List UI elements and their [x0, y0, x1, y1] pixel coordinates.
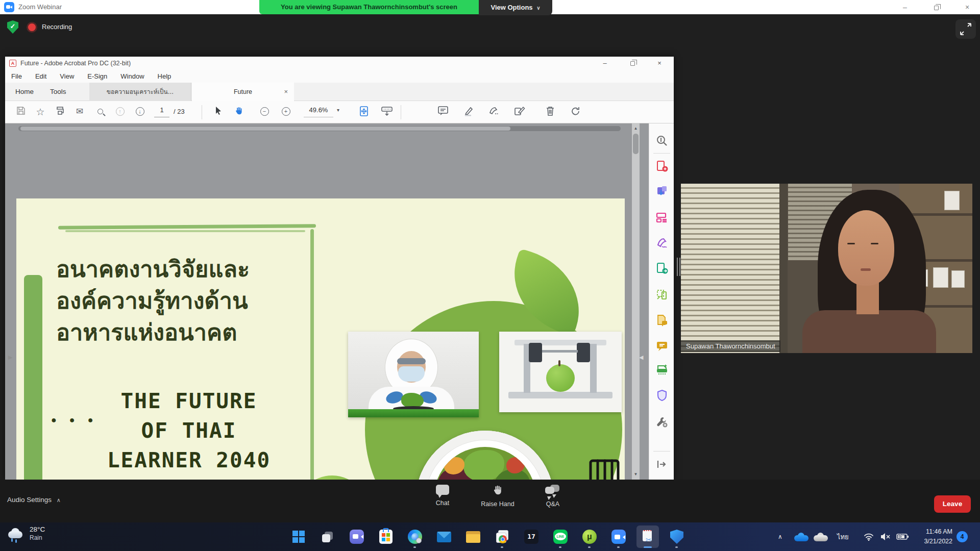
export-comments-tool[interactable]: [656, 314, 668, 327]
email-button[interactable]: ✉: [73, 106, 86, 118]
line-button[interactable]: LINE: [549, 525, 572, 548]
minimize-button[interactable]: –: [893, 0, 917, 14]
thai-title-line3: อาหารแห่งอนาคต: [56, 317, 332, 348]
tab-home[interactable]: Home: [15, 83, 34, 101]
menu-file[interactable]: File: [11, 72, 22, 80]
zoom-level-value[interactable]: 49.6%: [304, 106, 333, 117]
video-panel-drag-handle[interactable]: [677, 258, 681, 276]
page-prev-arrow[interactable]: ▶: [8, 354, 12, 361]
more-tools[interactable]: [656, 416, 668, 428]
acrobat-close-button[interactable]: ×: [649, 57, 670, 70]
frame-brush-left: [24, 275, 42, 480]
clock-widget[interactable]: 11:46 AM 3/21/2022: [915, 527, 952, 546]
leave-button[interactable]: Leave: [934, 495, 971, 513]
security-shield-icon[interactable]: ✓: [7, 20, 18, 34]
comment-button[interactable]: [436, 106, 450, 118]
view-options-button[interactable]: View Options ∨: [479, 0, 552, 15]
crop-pages-tool[interactable]: [656, 289, 668, 301]
microsoft-store-button[interactable]: [375, 525, 397, 548]
document-tab-active[interactable]: Future ×: [192, 83, 294, 101]
tab-tools[interactable]: Tools: [50, 83, 66, 101]
previous-page-button[interactable]: ↑: [113, 106, 127, 118]
scrollbar-thumb[interactable]: [633, 134, 639, 154]
close-tab-icon[interactable]: ×: [284, 83, 288, 101]
page-number-input[interactable]: 1: [154, 106, 169, 117]
file-explorer-button[interactable]: [462, 525, 484, 548]
vertical-scrollbar[interactable]: ▲ ▼: [632, 123, 640, 480]
marquee-zoom-tool[interactable]: [656, 135, 668, 147]
task-view-button[interactable]: [316, 525, 339, 548]
tradingview-button[interactable]: 17: [520, 525, 543, 548]
create-pdf-tool[interactable]: [656, 160, 668, 172]
battery-icon[interactable]: [896, 522, 909, 551]
teams-chat-button[interactable]: [346, 525, 368, 548]
hand-tool-button[interactable]: [232, 106, 246, 118]
document-tab-inactive[interactable]: ขอความอนุเคราะห์เป็น...: [89, 83, 191, 101]
expand-panel-button[interactable]: [656, 459, 668, 471]
fill-and-sign-tool[interactable]: [656, 237, 668, 249]
panel-collapse-arrow[interactable]: ◀: [639, 354, 643, 361]
volume-muted-icon[interactable]: [880, 522, 891, 551]
weather-widget[interactable]: 28°C Rain: [7, 525, 45, 541]
zoom-app-button[interactable]: [607, 525, 630, 548]
esign-pen-button[interactable]: [487, 106, 501, 118]
search-button[interactable]: [93, 106, 107, 118]
utorrent-button[interactable]: µ: [578, 525, 601, 548]
fit-page-button[interactable]: [357, 106, 371, 118]
chat-button[interactable]: Chat: [420, 485, 465, 507]
menu-window[interactable]: Window: [120, 72, 144, 80]
close-button[interactable]: ×: [955, 0, 979, 14]
notification-badge[interactable]: 4: [957, 531, 968, 542]
zoom-out-button[interactable]: −: [258, 106, 271, 118]
snipping-tool-button[interactable]: ✂: [636, 525, 659, 548]
select-tool-button[interactable]: [212, 106, 225, 118]
zoom-dropdown-caret-icon[interactable]: ▾: [337, 107, 339, 113]
mail-button[interactable]: [433, 525, 455, 548]
star-bookmark-button[interactable]: ☆: [34, 106, 47, 118]
rotate-page-button[interactable]: [569, 106, 582, 118]
menu-edit[interactable]: Edit: [35, 72, 46, 80]
horizontal-scrollbar[interactable]: [18, 126, 621, 131]
start-button[interactable]: [287, 525, 310, 548]
highlight-button[interactable]: [462, 106, 475, 118]
acrobat-restore-button[interactable]: [622, 57, 643, 70]
protect-pdf-tool[interactable]: [656, 389, 668, 402]
participant-video[interactable]: Supawan Thawornchinsombut: [681, 184, 972, 353]
menu-esign[interactable]: E-Sign: [87, 72, 107, 80]
scroll-up-icon[interactable]: ▲: [632, 124, 640, 133]
delete-pages-button[interactable]: [544, 106, 557, 118]
photos-button[interactable]: [491, 525, 513, 548]
language-indicator[interactable]: ไทย: [837, 522, 849, 551]
scroll-down-icon[interactable]: ▼: [632, 470, 640, 479]
menu-help[interactable]: Help: [158, 72, 172, 80]
windows-security-button[interactable]: [666, 525, 688, 548]
raise-hand-button[interactable]: Raise Hand: [475, 485, 521, 508]
onedrive-personal-icon[interactable]: [794, 522, 808, 551]
maximize-button[interactable]: [924, 0, 948, 14]
toolbar-layout-button[interactable]: [380, 106, 394, 118]
organize-pages-tool[interactable]: [656, 211, 668, 223]
fullscreen-button[interactable]: [955, 19, 976, 39]
audio-settings-button[interactable]: Audio Settings ∧: [7, 496, 61, 504]
zoom-in-button[interactable]: +: [279, 106, 292, 118]
onedrive-business-icon[interactable]: [814, 522, 828, 551]
acrobat-minimize-button[interactable]: –: [595, 57, 615, 70]
menu-view[interactable]: View: [60, 72, 74, 80]
defender-shield-icon: [670, 530, 683, 544]
scrollbar-thumb[interactable]: [20, 127, 510, 131]
scan-ocr-tool[interactable]: [656, 364, 668, 376]
thai-title-line2: องค์ความรู้ทางด้าน: [56, 285, 332, 317]
print-button[interactable]: [53, 106, 66, 118]
participant-mouth: [861, 268, 871, 271]
fill-sign-button[interactable]: [513, 106, 526, 118]
export-pdf-tool[interactable]: [656, 186, 668, 198]
wifi-icon[interactable]: [864, 522, 874, 551]
tray-expand-button[interactable]: ∧: [778, 522, 782, 551]
share-file-tool[interactable]: [656, 262, 668, 274]
save-button[interactable]: [14, 106, 28, 118]
comment-tool[interactable]: [656, 340, 668, 352]
edge-button[interactable]: [404, 525, 426, 548]
qa-button[interactable]: Q&A: [530, 485, 576, 508]
next-page-button[interactable]: ↓: [133, 106, 146, 118]
panel-divider: [653, 153, 670, 154]
